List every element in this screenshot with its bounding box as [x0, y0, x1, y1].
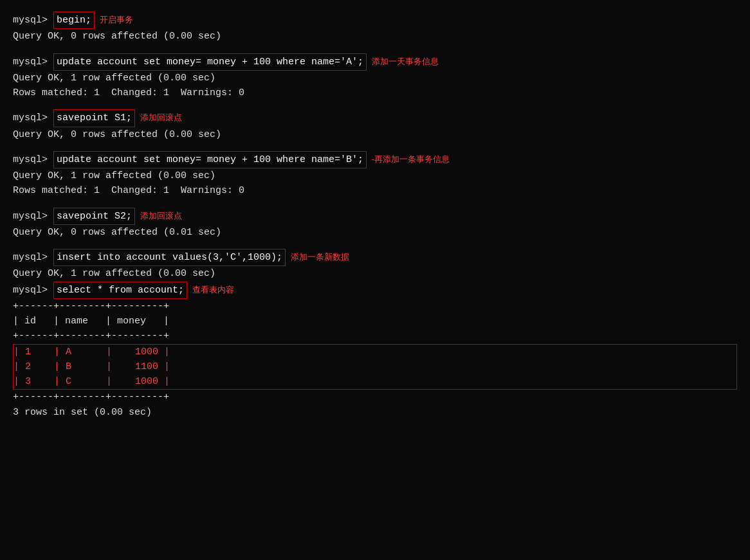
mysql-prompt: mysql>	[13, 283, 53, 298]
sql-command: update account set money= money + 100 wh…	[53, 151, 367, 168]
command-line: mysql> insert into account values(3,'C',…	[13, 249, 737, 266]
mysql-prompt: mysql>	[13, 209, 53, 224]
sql-command: begin;	[53, 12, 95, 29]
table-header: | id | name | money |	[13, 314, 737, 329]
spacer	[13, 44, 737, 53]
mysql-prompt: mysql>	[13, 13, 53, 28]
sql-command: update account set money= money + 100 wh…	[53, 53, 367, 71]
result-line: 3 rows in set (0.00 sec)	[13, 405, 737, 420]
table-row: | 1 | A | 1000 |	[14, 345, 736, 359]
annotation: 添加一天事务信息	[372, 55, 439, 68]
result-line: Query OK, 0 rows affected (0.00 sec)	[13, 127, 737, 142]
terminal-output: mysql> begin;开启事务Query OK, 0 rows affect…	[13, 12, 737, 420]
result-line: Query OK, 1 row affected (0.00 sec)	[13, 266, 737, 281]
mysql-prompt: mysql>	[13, 111, 53, 125]
annotation: 添加回滚点	[140, 210, 182, 222]
result-line: Rows matched: 1 Changed: 1 Warnings: 0	[13, 86, 737, 100]
annotation: 开启事务	[100, 14, 133, 26]
mysql-prompt: mysql>	[13, 250, 53, 265]
result-line: Query OK, 1 row affected (0.00 sec)	[13, 71, 737, 86]
mysql-prompt: mysql>	[13, 55, 53, 69]
spacer	[13, 100, 737, 109]
table-row: | 3 | C | 1000 |	[14, 374, 736, 389]
sql-command: insert into account values(3,'C',1000);	[53, 249, 286, 266]
sql-command: savepoint S1;	[53, 109, 135, 127]
spacer	[13, 240, 737, 249]
command-line: mysql> savepoint S1;添加回滚点	[13, 109, 737, 127]
result-line: Rows matched: 1 Changed: 1 Warnings: 0	[13, 183, 737, 198]
table-border-mid: +------+--------+---------+	[13, 329, 737, 343]
result-line: Query OK, 0 rows affected (0.00 sec)	[13, 29, 737, 44]
command-line: mysql> update account set money= money +…	[13, 151, 737, 168]
annotation: 添加一条新数据	[291, 251, 349, 264]
mysql-prompt: mysql>	[13, 152, 53, 167]
table-border-top: +------+--------+---------+	[13, 299, 737, 314]
result-line: Query OK, 0 rows affected (0.01 sec)	[13, 225, 737, 240]
sql-command: select * from account;	[53, 282, 187, 299]
command-line: mysql> savepoint S2;添加回滚点	[13, 208, 737, 225]
annotation: 查看表内容	[192, 284, 234, 296]
annotation: -再添加一条事务信息	[372, 153, 450, 166]
spacer	[13, 142, 737, 151]
table-row: | 2 | B | 1100 |	[14, 359, 736, 374]
command-line: mysql> update account set money= money +…	[13, 53, 737, 71]
sql-command: savepoint S2;	[53, 208, 135, 225]
annotation: 添加回滚点	[140, 111, 182, 124]
command-line: mysql> select * from account;查看表内容	[13, 282, 737, 299]
table-data-wrapper: | 1 | A | 1000 || 2 | B | 1100 || 3 | C …	[13, 344, 737, 390]
spacer	[13, 199, 737, 208]
command-line: mysql> begin;开启事务	[13, 12, 737, 29]
result-line: Query OK, 1 row affected (0.00 sec)	[13, 168, 737, 183]
table-border-bot: +------+--------+---------+	[13, 390, 737, 404]
